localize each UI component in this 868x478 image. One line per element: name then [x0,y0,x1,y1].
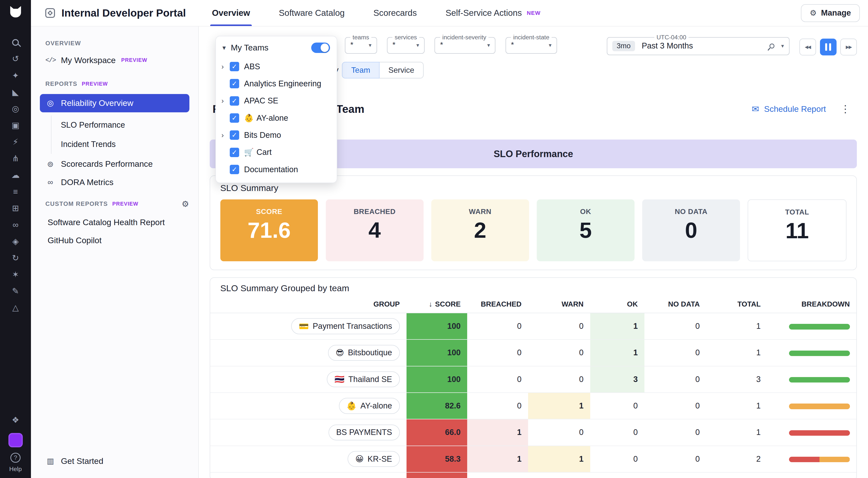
group-by-service-button[interactable]: Service [379,62,424,78]
checkbox-checked[interactable] [230,113,239,123]
services-filter-select[interactable]: services *▾ [387,34,425,54]
plugin-icon[interactable]: ❖ [9,413,22,427]
help-icon[interactable]: ? [10,453,20,463]
deployments-icon[interactable]: ☁ [9,169,22,182]
pin-icon[interactable] [769,42,775,49]
sidebar-item-software-catalog-health-report[interactable]: Software Catalog Health Report [40,213,189,232]
reliability-icon[interactable]: ◎ [9,102,22,115]
column-header-total[interactable]: TOTAL [706,296,767,313]
overview-section-header: OVERVIEW [45,40,189,47]
column-header-breakdown[interactable]: BREAKDOWN [767,296,856,313]
team-chip[interactable]: 😎Bitsboutique [328,345,400,361]
checkbox-checked[interactable] [230,148,239,157]
sidebar-item-dora-metrics[interactable]: ∞ DORA Metrics [40,173,189,192]
apps-icon[interactable]: ⊞ [9,202,22,215]
security-icon[interactable]: ◈ [9,235,22,248]
team-chip[interactable]: 💳Payment Transactions [291,318,400,334]
checkbox-checked[interactable] [230,165,239,174]
sidebar-item-github-copilot[interactable]: GitHub Copilot [40,232,189,250]
integrations-icon[interactable]: ∞ [9,218,22,232]
column-header-score[interactable]: ↓SCORE [406,296,467,313]
bug-icon[interactable]: ✶ [9,268,22,281]
table-row[interactable]: 👶AY-alone 82.6 0 1 0 0 1 [210,392,856,419]
chevron-right-icon[interactable]: › [221,63,230,71]
team-chip[interactable]: 😀KR-SE [348,451,400,467]
tab-software-catalog[interactable]: Software Catalog [277,0,346,26]
column-header-warn[interactable]: WARN [528,296,590,313]
team-tree-item[interactable]: Analytics Engineering [216,75,337,92]
team-chip[interactable]: 🇹🇭Thailand SE [327,371,400,387]
dropdown-arrow-icon[interactable]: ▾ [487,42,490,48]
kebab-menu-icon[interactable]: ⋮ [840,103,850,115]
checkbox-checked[interactable] [230,96,239,106]
gear-icon[interactable]: ⚙ [182,199,189,209]
sidebar-item-get-started[interactable]: ▥ Get Started [40,452,189,470]
team-tree-item[interactable]: Documentation [216,161,337,178]
table-row[interactable]: BS PAYMENTS 66.0 1 0 0 0 1 [210,419,856,446]
sidebar-item-reliability-overview[interactable]: ◎ Reliability Overview [40,94,189,112]
chevron-right-icon[interactable]: › [221,97,230,105]
team-tree-item[interactable]: 🛒 Cart [216,144,337,161]
team-tree-item[interactable]: › APAC SE [216,92,337,109]
team-chip[interactable]: 👶AY-alone [339,398,400,414]
range-chip[interactable]: 3mo [612,41,635,51]
chevron-down-icon[interactable]: ▾ [223,44,226,52]
checkbox-checked[interactable] [230,130,239,140]
table-row[interactable]: 😎Bitsboutique 100 0 0 1 0 1 [210,339,856,366]
rewind-button[interactable]: ◀◀ [799,39,816,55]
column-header-ok[interactable]: OK [590,296,645,313]
chevron-right-icon[interactable]: › [221,131,230,139]
ok-cell: 1 [590,339,645,366]
my-teams-toggle[interactable] [311,42,330,53]
tab-self-service-actions[interactable]: Self-Service Actions NEW [444,0,542,26]
dropdown-arrow-icon[interactable]: ▾ [549,42,552,48]
labs-icon[interactable]: △ [9,301,22,314]
team-chip[interactable]: BS PAYMENTS [329,424,400,440]
team-emoji: 👶 [347,401,356,411]
catalog-icon[interactable]: ▣ [9,119,22,132]
team-tree-item[interactable]: › ABS [216,58,337,75]
column-header-breached[interactable]: BREACHED [467,296,528,313]
ok-cell: 0 [590,392,645,419]
tab-overview[interactable]: Overview [210,0,251,26]
team-tree-item[interactable]: 👶 AY-alone [216,109,337,127]
app-logo-icon[interactable] [8,5,23,21]
manage-button[interactable]: ⚙ Manage [801,4,860,22]
team-tree-item[interactable]: › Bits Demo [216,127,337,144]
chevron-down-icon[interactable]: ▾ [781,42,784,49]
teams-filter-select[interactable]: teams *▾ [345,34,377,54]
group-by-team-button[interactable]: Team [342,62,379,78]
table-row[interactable]: 🇹🇭Thailand SE 100 0 0 3 0 3 [210,366,856,392]
sync-icon[interactable]: ↻ [9,251,22,265]
workflows-icon[interactable]: ⋔ [9,152,22,165]
incident-state-filter-select[interactable]: incident-state *▾ [505,34,557,54]
filters-icon[interactable]: ≡ [9,185,22,198]
table-row[interactable]: 😀KR-SE 58.3 1 1 0 0 2 [210,446,856,472]
card-title: SLO Summary [220,183,279,193]
sparkles-icon[interactable]: ✦ [9,69,22,82]
search-icon[interactable] [9,36,22,49]
customize-icon[interactable]: ✎ [9,284,22,298]
schedule-report-link[interactable]: ✉ Schedule Report [752,104,826,114]
column-header-group[interactable]: GROUP [210,296,406,313]
incident-severity-filter-select[interactable]: incident-severity *▾ [434,34,495,54]
rewind-icon: ◀◀ [805,44,811,50]
sidebar-item-slo-performance[interactable]: SLO Performance [61,115,189,135]
time-range-select[interactable]: UTC-04:00 3mo Past 3 Months ▾ [607,34,789,56]
pause-button[interactable] [820,39,837,55]
analytics-icon[interactable]: ◣ [9,86,22,99]
column-header-no-data[interactable]: NO DATA [645,296,706,313]
tab-scorecards[interactable]: Scorecards [372,0,418,26]
checkbox-checked[interactable] [230,79,239,88]
sidebar-item-scorecards-performance[interactable]: ⊚ Scorecards Performance [40,155,189,173]
actions-icon[interactable]: ⚡ [9,135,22,149]
table-row[interactable]: 💳Payment Transactions 100 0 0 1 0 1 [210,313,856,339]
history-icon[interactable]: ↺ [9,52,22,66]
fast-forward-button[interactable]: ▶▶ [840,39,857,55]
checkbox-checked[interactable] [230,62,239,71]
dropdown-arrow-icon[interactable]: ▾ [416,42,419,48]
dropdown-arrow-icon[interactable]: ▾ [369,42,371,48]
sidebar-item-incident-trends[interactable]: Incident Trends [61,135,189,153]
sidebar-item-my-workspace[interactable]: </> My Workspace PREVIEW [40,51,189,70]
user-avatar[interactable] [8,433,23,447]
